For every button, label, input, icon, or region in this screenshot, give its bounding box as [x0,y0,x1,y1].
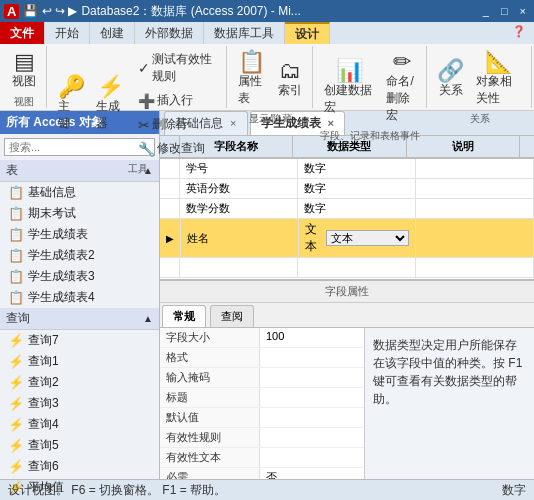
table-icon-2: 📋 [8,206,24,221]
prop-fieldsize-value[interactable]: 100 [260,328,364,347]
prop-validrule: 有效性规则 [160,428,364,448]
rename-macro-btn[interactable]: ✏ 命名/删除宏 [381,48,421,127]
relations-btn[interactable]: 🔗 关系 [433,57,469,102]
props-tab-lookup[interactable]: 查阅 [210,305,254,327]
nav-query2-label: 查询2 [28,374,59,391]
nav-cj2[interactable]: 📋 学生成绩表2 [0,245,159,266]
test-validity-btn[interactable]: ✓ 测试有效性规则 [133,48,222,88]
primary-key-btn[interactable]: 🔑 主 键 [53,73,89,135]
section-queries[interactable]: 查询 ▲ [0,308,159,330]
cell-type-3[interactable]: 数字 [298,199,416,218]
view-group-label: 视图 [14,93,34,109]
tab-jichu-close[interactable]: × [230,117,236,129]
builder-icon: ⚡ [97,76,124,98]
nav-cj4[interactable]: 📋 学生成绩表4 [0,287,159,308]
window-controls[interactable]: _ □ × [479,5,530,17]
row-indicator-1 [160,159,180,178]
query-icon-5: ⚡ [8,438,24,453]
query-icon-2: ⚡ [8,375,24,390]
query-icon-3: ⚡ [8,396,24,411]
delete-row-icon: ✂ [138,118,150,132]
maximize-btn[interactable]: □ [497,5,512,17]
prop-required-value[interactable]: 否 [260,468,364,479]
cell-desc-3[interactable] [416,199,534,218]
props-content: 字段大小 100 格式 输入掩码 标题 [160,328,534,479]
table-icon-6: 📋 [8,290,24,305]
tab-external[interactable]: 外部数据 [135,22,204,44]
object-dep-btn[interactable]: 📐 对象相关性 [471,48,527,110]
nav-query7-label: 查询7 [28,332,59,349]
cell-field-4[interactable]: 姓名 [181,219,299,257]
table-row: 学号 数字 [160,159,534,179]
tab-design[interactable]: 设计 [285,22,330,44]
table-row: 数学分数 数字 [160,199,534,219]
tab-start[interactable]: 开始 [45,22,90,44]
builder-btn[interactable]: ⚡ 生成器 [91,73,131,135]
nav-query6[interactable]: ⚡ 查询6 [0,456,159,477]
view-btn[interactable]: ▤ 视图 [6,48,42,93]
prop-format-label: 格式 [160,348,260,367]
cell-field-2[interactable]: 英语分数 [180,179,298,198]
help-btn[interactable]: ❓ [504,22,534,44]
prop-inputmask-label: 输入掩码 [160,368,260,387]
props-table: 字段大小 100 格式 输入掩码 标题 [160,328,364,479]
nav-cj[interactable]: 📋 学生成绩表 [0,224,159,245]
property-sheet-btn[interactable]: 📋 属性表 [233,48,270,110]
cell-type-4[interactable]: 文本 文本数字日期/时间 [299,219,417,257]
cell-type-2[interactable]: 数字 [298,179,416,198]
ribbon-group-relations: 🔗 关系 📐 对象相关性 关系 [429,46,532,108]
ribbon-tabs: 文件 开始 创建 外部数据 数据库工具 设计 ❓ [0,22,534,44]
type-dropdown-4[interactable]: 文本数字日期/时间 [326,230,410,246]
view-icon: ▤ [14,51,35,73]
nav-qimao[interactable]: 📋 期末考试 [0,203,159,224]
cell-desc-2[interactable] [416,179,534,198]
prop-caption-value[interactable] [260,388,364,407]
query-icon-6: ⚡ [8,459,24,474]
builder-label: 生成器 [96,98,126,132]
tab-database-tools[interactable]: 数据库工具 [204,22,285,44]
nav-query3[interactable]: ⚡ 查询3 [0,393,159,414]
query-icon-1: ⚡ [8,354,24,369]
prop-default-value[interactable] [260,408,364,427]
main-area: 所有 Access 对象 表 ▲ 📋 基础信息 📋 期末考试 📋 学生成绩表 📋… [0,111,534,479]
insert-row-btn[interactable]: ➕ 插入行 [133,89,222,112]
prop-validtext: 有效性文本 [160,448,364,468]
prop-validrule-value[interactable] [260,428,364,447]
property-label: 属性表 [238,73,265,107]
prop-caption-label: 标题 [160,388,260,407]
tab-file[interactable]: 文件 [0,22,45,44]
prop-validtext-value[interactable] [260,448,364,467]
nav-query7[interactable]: ⚡ 查询7 [0,330,159,351]
nav-query4[interactable]: ⚡ 查询4 [0,414,159,435]
prop-validtext-label: 有效性文本 [160,448,260,467]
prop-inputmask: 输入掩码 [160,368,364,388]
modify-query-btn[interactable]: 🔧 修改查询 [133,137,222,160]
close-btn[interactable]: × [516,5,530,17]
cell-desc-4[interactable] [416,219,534,257]
props-tabs: 常规 查阅 [160,303,534,328]
nav-query1[interactable]: ⚡ 查询1 [0,351,159,372]
index-btn[interactable]: 🗂 索引 [272,57,308,102]
nav-cj3[interactable]: 📋 学生成绩表3 [0,266,159,287]
tools-group-label: 工具 [128,160,148,176]
props-tab-general[interactable]: 常规 [162,305,206,327]
tab-create[interactable]: 创建 [90,22,135,44]
cell-field-3[interactable]: 数学分数 [180,199,298,218]
events-group-label: 字段、记录和表格事件 [320,127,420,143]
cell-type-1[interactable]: 数字 [298,159,416,178]
nav-jichu[interactable]: 📋 基础信息 [0,182,159,203]
table-row-selected[interactable]: ▶ 姓名 文本 文本数字日期/时间 [160,219,534,258]
create-macro-btn[interactable]: 📊 创建数据宏 [319,57,379,119]
modify-icon: 🔧 [138,142,155,156]
nav-query2[interactable]: ⚡ 查询2 [0,372,159,393]
prop-default: 默认值 [160,408,364,428]
nav-cj3-label: 学生成绩表3 [28,268,95,285]
prop-inputmask-value[interactable] [260,368,364,387]
minimize-btn[interactable]: _ [479,5,493,17]
table-icon-5: 📋 [8,269,24,284]
cell-field-1[interactable]: 学号 [180,159,298,178]
cell-desc-1[interactable] [416,159,534,178]
delete-row-btn[interactable]: ✂ 删除行 [133,113,222,136]
prop-format-value[interactable] [260,348,364,367]
nav-query5[interactable]: ⚡ 查询5 [0,435,159,456]
